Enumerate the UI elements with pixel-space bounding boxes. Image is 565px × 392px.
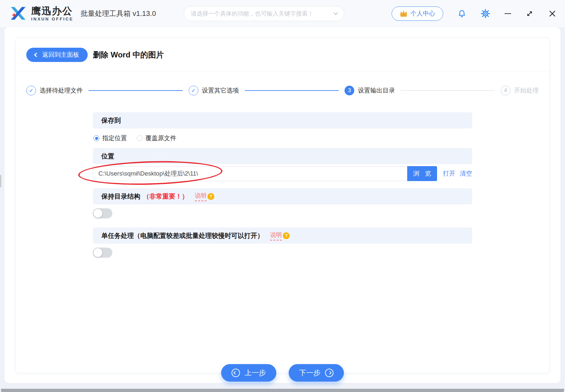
location-section-header: 位置	[93, 148, 472, 164]
step-label: 设置其它选项	[202, 86, 239, 95]
page-title: 删除 Word 中的图片	[93, 50, 164, 60]
crown-icon	[400, 10, 408, 17]
clear-path-link[interactable]: 清空	[460, 169, 472, 178]
step-connector	[89, 90, 183, 91]
step-connector	[401, 90, 495, 91]
minimize-icon	[505, 13, 511, 14]
tool-card: 返回到主面板 删除 Word 中的图片 ✓ 选择待处理文件 ✓ 设置其它选项 3	[15, 37, 550, 373]
toggle-knob	[94, 209, 102, 218]
settings-button[interactable]	[481, 9, 490, 18]
circle-chevron-left-icon	[232, 369, 240, 377]
app-title: 批量处理工具箱 v1.13.0	[81, 9, 156, 18]
previous-step-label: 上一步	[245, 368, 266, 378]
single-task-section-header: 单任务处理（电脑配置较差或批量处理较慢时可以打开） 说明 ?	[93, 227, 472, 244]
radio-overwrite-original[interactable]: 覆盖原文件	[137, 134, 176, 142]
brand-block: 鹰迅办公 INXUN OFFICE	[31, 6, 73, 21]
app-logo-icon	[8, 4, 28, 23]
step-2-other-options: ✓ 设置其它选项	[189, 86, 239, 95]
section-title: 保存到	[101, 116, 121, 125]
save-to-section-header: 保存到	[93, 112, 472, 129]
radio-label: 指定位置	[102, 134, 127, 142]
keep-structure-help-link[interactable]: 说明	[195, 192, 207, 201]
top-bar: 鹰迅办公 INXUN OFFICE 批量处理工具箱 v1.13.0 个人中心	[0, 0, 565, 27]
circle-chevron-right-icon	[325, 369, 333, 377]
single-task-toggle[interactable]	[93, 248, 112, 258]
radio-label: 覆盖原文件	[145, 134, 176, 142]
path-link-group: 打开 清空	[443, 166, 472, 181]
window-bottom-margin	[0, 383, 565, 389]
background-artifact	[0, 175, 1, 187]
step-number-badge: 3	[345, 86, 354, 95]
step-1-select-files: ✓ 选择待处理文件	[26, 86, 83, 95]
minimize-button[interactable]	[505, 13, 511, 14]
save-to-options: 指定位置 覆盖原文件	[93, 131, 472, 145]
keep-structure-section-header: 保持目录结构 （非常重要！） 说明 ?	[93, 188, 472, 204]
chevron-down-icon[interactable]	[333, 10, 338, 15]
next-step-label: 下一步	[299, 368, 320, 378]
section-title: 单任务处理（电脑配置较差或批量处理较慢时可以打开）	[101, 231, 264, 240]
maximize-icon	[525, 9, 534, 18]
step-4-start-processing: 4 开始处理	[501, 86, 539, 95]
previous-step-button[interactable]: 上一步	[221, 364, 276, 382]
single-task-help-link[interactable]: 说明	[270, 231, 282, 240]
browse-button[interactable]: 浏 览	[407, 166, 437, 181]
question-mark-icon[interactable]: ?	[283, 232, 290, 239]
step-number-badge: 4	[501, 86, 510, 95]
top-bar-actions: 个人中心	[392, 6, 557, 21]
notifications-button[interactable]	[458, 9, 466, 18]
step-label: 开始处理	[514, 86, 539, 95]
radio-unselected-icon	[137, 135, 143, 141]
user-center-label: 个人中心	[410, 9, 435, 18]
close-icon	[548, 9, 557, 18]
check-icon: ✓	[189, 86, 198, 95]
open-folder-link[interactable]: 打开	[443, 169, 455, 178]
question-mark-icon[interactable]: ?	[207, 193, 214, 200]
chevron-left-icon	[34, 53, 39, 57]
output-path-input[interactable]	[93, 166, 407, 181]
step-label: 选择待处理文件	[40, 86, 83, 95]
close-button[interactable]	[548, 9, 557, 18]
wizard-navigation: 上一步 下一步	[16, 364, 549, 382]
step-indicator: ✓ 选择待处理文件 ✓ 设置其它选项 3 设置输出目录 4 开始处理	[16, 72, 549, 109]
app-window: 鹰迅办公 INXUN OFFICE 批量处理工具箱 v1.13.0 个人中心	[0, 0, 565, 392]
keep-structure-toggle[interactable]	[93, 208, 112, 218]
card-header: 返回到主面板 删除 Word 中的图片	[16, 38, 549, 72]
step-label: 设置输出目录	[358, 86, 395, 95]
section-title: 保持目录结构	[101, 192, 140, 201]
back-to-dashboard-button[interactable]: 返回到主面板	[26, 48, 88, 62]
bell-icon	[458, 9, 466, 18]
gear-icon	[481, 9, 490, 18]
back-button-label: 返回到主面板	[42, 51, 79, 59]
step-connector	[245, 90, 339, 91]
function-search-box[interactable]	[184, 6, 344, 21]
important-warning-text: （非常重要！）	[143, 192, 188, 201]
radio-selected-icon	[94, 135, 99, 141]
section-title: 位置	[101, 152, 114, 161]
user-center-button[interactable]: 个人中心	[392, 6, 443, 21]
search-input[interactable]	[191, 10, 331, 17]
window-edge	[1, 389, 564, 392]
main-panel: 返回到主面板 删除 Word 中的图片 ✓ 选择待处理文件 ✓ 设置其它选项 3	[5, 27, 560, 383]
check-icon: ✓	[26, 86, 36, 95]
brand-name-cn: 鹰迅办公	[31, 6, 73, 16]
maximize-button[interactable]	[525, 9, 534, 18]
radio-specified-location[interactable]: 指定位置	[94, 134, 127, 142]
step-3-output-directory: 3 设置输出目录	[345, 86, 395, 95]
output-path-row: 浏 览 打开 清空	[93, 166, 472, 181]
brand-name-en: INXUN OFFICE	[31, 17, 73, 21]
next-step-button[interactable]: 下一步	[289, 364, 344, 382]
toggle-knob	[94, 248, 102, 257]
form-content: 保存到 指定位置 覆盖原文件 位置	[93, 112, 472, 258]
